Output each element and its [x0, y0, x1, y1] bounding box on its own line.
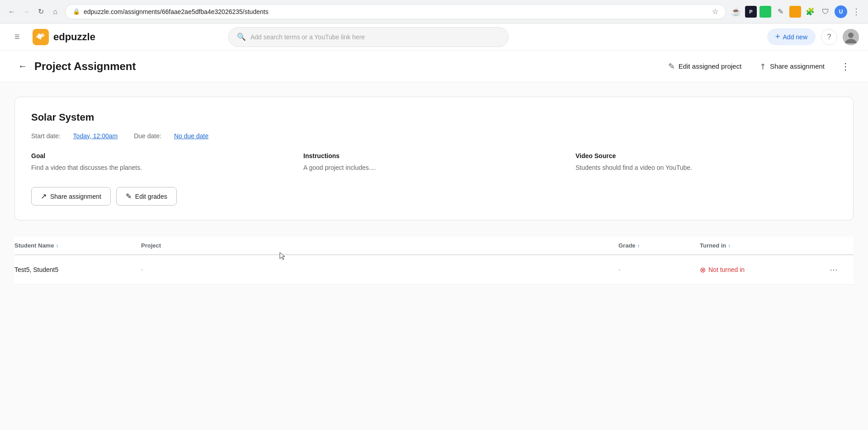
edit-grades-icon: ✎ [126, 192, 132, 201]
not-turned-in-text: Not turned in [708, 266, 745, 273]
search-bar[interactable]: 🔍 [228, 27, 509, 47]
chrome-menu[interactable]: ⋮ [850, 5, 863, 18]
back-arrow-icon: ← [18, 61, 27, 71]
instructions-label: Instructions [303, 152, 565, 159]
logo-text: edpuzzle [53, 31, 95, 43]
edit-grades-button[interactable]: ✎ Edit grades [116, 187, 177, 206]
card-actions: ↗ Share assignment ✎ Edit grades [31, 187, 837, 206]
due-date-label: Due date: [134, 132, 161, 140]
search-input[interactable] [250, 33, 500, 41]
row-more-icon: ⋯ [830, 265, 838, 275]
turned-in-cell: ⊗ Not turned in [700, 266, 826, 274]
url-text: edpuzzle.com/assignments/66faae2ae5dfba4… [84, 8, 708, 15]
edpuzzle-logo-icon [33, 29, 49, 45]
green-ext[interactable] [760, 6, 771, 18]
svg-point-3 [848, 33, 854, 38]
card-share-assignment-button[interactable]: ↗ Share assignment [31, 187, 111, 206]
student-name-cell: Test5, Student5 [14, 266, 141, 273]
page-header: ← Project Assignment ✎ Edit assigned pro… [0, 51, 868, 82]
col-header-turned-in[interactable]: Turned in ↑ [700, 242, 826, 249]
pencil-ext[interactable]: ✎ [774, 5, 787, 18]
row-more-button[interactable]: ⋯ [826, 262, 841, 277]
back-nav-button[interactable]: ← [5, 5, 18, 18]
goal-value: Find a video that discusses the planets. [31, 163, 292, 173]
instructions-value: A good project includes.... [303, 163, 565, 173]
grade-sort-icon: ↑ [637, 243, 640, 248]
browser-nav-buttons: ← → ↻ ⌂ [5, 5, 61, 18]
shield-ext[interactable]: 🛡 [819, 5, 832, 18]
due-date-value[interactable]: No due date [174, 132, 208, 140]
table-row: Test5, Student5 - - ⊗ Not turned in ⋯ [14, 255, 854, 285]
instructions-section: Instructions A good project includes.... [303, 152, 565, 173]
main-content: Solar System Start date: Today, 12:00am … [0, 82, 868, 430]
edit-assigned-project-button[interactable]: ✎ Edit assigned project [663, 58, 747, 75]
page-more-button[interactable]: ⋮ [837, 58, 854, 75]
col-header-project[interactable]: Project [141, 242, 618, 249]
search-icon: 🔍 [237, 33, 246, 41]
add-new-button[interactable]: + Add new [767, 28, 816, 45]
logo-area[interactable]: edpuzzle [33, 29, 95, 45]
back-button[interactable]: ← [14, 58, 31, 75]
lock-icon: 🔒 [73, 8, 80, 15]
not-turned-in-status: ⊗ Not turned in [700, 266, 821, 274]
goal-section: Goal Find a video that discusses the pla… [31, 152, 292, 173]
col-header-student-name[interactable]: Student Name ↑ [14, 242, 141, 249]
turned-in-sort-icon: ↑ [728, 243, 731, 248]
svg-point-1 [41, 33, 44, 37]
video-source-label: Video Source [576, 152, 837, 159]
reload-button[interactable]: ↻ [34, 5, 47, 18]
turned-in-col-label: Turned in [700, 242, 726, 249]
not-turned-in-icon: ⊗ [700, 266, 706, 274]
gold-ext[interactable] [789, 6, 801, 18]
more-dots-icon: ⋮ [841, 61, 850, 72]
student-name-sort-icon: ↑ [56, 243, 58, 248]
assignment-card: Solar System Start date: Today, 12:00am … [14, 97, 854, 220]
edit-grades-label: Edit grades [135, 193, 167, 200]
start-date-value[interactable]: Today, 12:00am [73, 132, 118, 140]
star-icon[interactable]: ☆ [712, 7, 718, 16]
col-header-grade[interactable]: Grade ↑ [618, 242, 700, 249]
project-col-label: Project [141, 242, 161, 249]
share-icon: ↗ [757, 60, 769, 72]
user-avatar[interactable] [843, 29, 859, 45]
plus-icon: + [775, 32, 780, 42]
app-header: ☰ edpuzzle 🔍 + Add new ? [0, 23, 868, 51]
info-grid: Goal Find a video that discusses the pla… [31, 152, 837, 173]
assignment-card-title: Solar System [31, 112, 837, 123]
chrome-profile[interactable]: U [835, 5, 847, 18]
header-right: + Add new ? [767, 28, 859, 45]
forward-nav-button[interactable]: → [20, 5, 33, 18]
extensions-button[interactable]: ☕ [730, 5, 742, 18]
card-share-icon: ↗ [41, 192, 47, 201]
grade-cell: - [618, 266, 700, 273]
dates-row: Start date: Today, 12:00am Due date: No … [31, 132, 837, 140]
goal-label: Goal [31, 152, 292, 159]
start-date-label: Start date: [31, 132, 61, 140]
students-table-section: Student Name ↑ Project Grade ↑ Turned in… [14, 237, 854, 285]
home-button[interactable]: ⌂ [49, 5, 61, 18]
address-bar[interactable]: 🔒 edpuzzle.com/assignments/66faae2ae5dfb… [65, 4, 726, 19]
row-actions-cell: ⋯ [826, 262, 854, 277]
page-title: Project Assignment [34, 60, 136, 73]
perplexity-ext[interactable]: P [745, 6, 757, 18]
table-header: Student Name ↑ Project Grade ↑ Turned in… [14, 237, 854, 255]
video-source-section: Video Source Students should find a vide… [576, 152, 837, 173]
puzzle-ext[interactable]: 🧩 [804, 5, 816, 18]
project-cell: - [141, 266, 618, 273]
video-source-value: Students should find a video on YouTube. [576, 163, 837, 173]
hamburger-button[interactable]: ☰ [9, 29, 25, 45]
student-name-col-label: Student Name [14, 242, 54, 249]
pencil-icon: ✎ [668, 61, 675, 71]
page-header-actions: ✎ Edit assigned project ↗ Share assignme… [663, 58, 854, 75]
question-icon: ? [827, 33, 831, 41]
browser-chrome: ← → ↻ ⌂ 🔒 edpuzzle.com/assignments/66faa… [0, 0, 868, 23]
col-header-actions [826, 242, 854, 249]
help-button[interactable]: ? [821, 29, 837, 45]
hamburger-icon: ☰ [14, 33, 20, 40]
share-assignment-label: Share assignment [770, 62, 825, 70]
card-share-label: Share assignment [50, 193, 101, 200]
grade-col-label: Grade [618, 242, 636, 249]
edit-assigned-project-label: Edit assigned project [679, 62, 741, 70]
share-assignment-button[interactable]: ↗ Share assignment [754, 58, 830, 75]
browser-actions: ☕ P ✎ 🧩 🛡 U ⋮ [730, 5, 863, 18]
